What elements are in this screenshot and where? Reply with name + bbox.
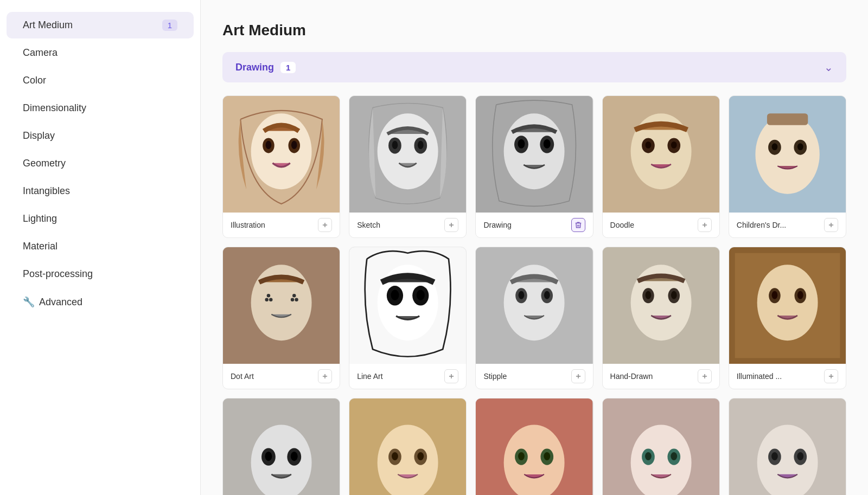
image-card[interactable]: Illuminated ... bbox=[729, 247, 846, 389]
sidebar-item-label-geometry: Geometry bbox=[23, 158, 66, 169]
sidebar-item-color[interactable]: Color bbox=[7, 67, 194, 94]
image-card-label: Dot Art bbox=[231, 372, 254, 381]
image-card-footer: Line Art bbox=[349, 364, 466, 389]
image-thumbnail bbox=[349, 96, 466, 213]
sidebar-item-label-dimensionality: Dimensionality bbox=[23, 102, 86, 114]
image-card[interactable] bbox=[602, 398, 720, 495]
image-card-label: Drawing bbox=[483, 221, 511, 229]
svg-point-69 bbox=[645, 291, 651, 299]
sidebar-item-label-lighting: Lighting bbox=[23, 213, 57, 224]
image-grid-container: Illustration Sketch bbox=[222, 95, 846, 495]
image-thumbnail bbox=[476, 247, 592, 364]
sidebar-item-badge-art-medium: 1 bbox=[162, 20, 177, 31]
sidebar-item-dimensionality[interactable]: Dimensionality bbox=[7, 95, 194, 121]
add-button[interactable] bbox=[318, 218, 332, 232]
svg-point-9 bbox=[378, 113, 438, 189]
svg-point-96 bbox=[418, 452, 424, 460]
image-card[interactable]: Children's Dr... bbox=[729, 95, 846, 238]
svg-point-79 bbox=[797, 291, 803, 299]
sidebar-item-label-camera: Camera bbox=[23, 47, 58, 59]
svg-point-53 bbox=[391, 290, 399, 300]
svg-point-61 bbox=[519, 291, 525, 299]
image-thumbnail bbox=[223, 398, 340, 495]
image-thumbnail bbox=[729, 398, 846, 495]
svg-point-27 bbox=[671, 142, 676, 149]
image-card[interactable]: Illustration bbox=[222, 95, 340, 238]
svg-point-54 bbox=[417, 290, 425, 300]
advanced-icon: 🔧 bbox=[23, 296, 35, 308]
image-card[interactable]: Line Art bbox=[349, 247, 467, 389]
svg-point-95 bbox=[392, 452, 398, 460]
add-button[interactable] bbox=[698, 218, 712, 232]
svg-point-78 bbox=[771, 291, 777, 299]
svg-point-112 bbox=[671, 452, 677, 460]
image-thumbnail bbox=[729, 247, 846, 364]
image-thumbnail bbox=[603, 398, 719, 495]
svg-point-13 bbox=[418, 141, 424, 149]
image-card-label: Children's Dr... bbox=[737, 221, 786, 229]
add-button[interactable] bbox=[698, 369, 712, 383]
svg-point-43 bbox=[265, 298, 268, 301]
image-card-label: Hand-Drawn bbox=[610, 372, 653, 381]
add-button[interactable] bbox=[824, 218, 838, 232]
add-button[interactable] bbox=[444, 218, 458, 232]
image-card[interactable]: Dot Art bbox=[222, 247, 340, 389]
dropdown-count: 1 bbox=[280, 62, 296, 73]
image-card-footer: Doodle bbox=[603, 213, 719, 237]
sidebar-item-art-medium[interactable]: Art Medium1 bbox=[7, 12, 194, 38]
sidebar-item-lighting[interactable]: Lighting bbox=[7, 205, 194, 232]
image-card[interactable]: Doodle bbox=[602, 95, 720, 238]
image-card-footer: Hand-Drawn bbox=[603, 364, 719, 389]
svg-point-4 bbox=[266, 141, 272, 149]
add-button[interactable] bbox=[824, 369, 838, 383]
add-button[interactable] bbox=[571, 369, 585, 383]
image-card[interactable]: Sketch bbox=[349, 95, 467, 238]
image-row-0: Illustration Sketch bbox=[222, 95, 846, 238]
image-card-footer: Children's Dr... bbox=[729, 213, 846, 237]
image-card[interactable]: Stipple bbox=[475, 247, 593, 389]
svg-point-44 bbox=[292, 294, 296, 297]
sidebar-item-label-intangibles: Intangibles bbox=[23, 185, 70, 197]
sidebar-item-label-color: Color bbox=[23, 75, 46, 86]
svg-point-12 bbox=[392, 141, 398, 149]
svg-point-42 bbox=[269, 298, 272, 301]
add-button[interactable] bbox=[444, 369, 458, 383]
svg-point-119 bbox=[771, 452, 778, 460]
image-card-footer: Sketch bbox=[349, 213, 466, 237]
sidebar-item-label-material: Material bbox=[23, 241, 58, 252]
drawing-dropdown[interactable]: Drawing 1 ⌄ bbox=[222, 52, 846, 82]
chevron-down-icon: ⌄ bbox=[824, 61, 833, 74]
sidebar-item-material[interactable]: Material bbox=[7, 233, 194, 260]
image-card[interactable] bbox=[349, 398, 467, 495]
svg-point-20 bbox=[518, 139, 525, 149]
sidebar-item-advanced[interactable]: 🔧Advanced bbox=[7, 288, 194, 316]
svg-point-75 bbox=[757, 265, 818, 340]
svg-point-88 bbox=[291, 452, 298, 461]
image-card[interactable] bbox=[729, 398, 846, 495]
svg-rect-32 bbox=[767, 113, 808, 125]
image-card-label: Stipple bbox=[483, 372, 507, 381]
image-row-2 bbox=[222, 398, 846, 495]
add-button[interactable] bbox=[318, 369, 332, 383]
sidebar-item-post-processing[interactable]: Post-processing bbox=[7, 261, 194, 287]
image-card-label: Line Art bbox=[357, 372, 382, 381]
svg-point-26 bbox=[645, 142, 651, 149]
page-title: Art Medium bbox=[222, 22, 846, 39]
sidebar-item-display[interactable]: Display bbox=[7, 123, 194, 149]
image-card[interactable] bbox=[222, 398, 340, 495]
svg-point-46 bbox=[291, 298, 294, 301]
delete-button[interactable] bbox=[571, 218, 585, 232]
sidebar-item-geometry[interactable]: Geometry bbox=[7, 150, 194, 177]
image-card-footer: Dot Art bbox=[223, 364, 340, 389]
sidebar-item-intangibles[interactable]: Intangibles bbox=[7, 178, 194, 204]
image-card[interactable]: Drawing bbox=[475, 95, 593, 238]
dropdown-left: Drawing 1 bbox=[235, 62, 296, 73]
sidebar-item-camera[interactable]: Camera bbox=[7, 40, 194, 66]
image-card[interactable] bbox=[475, 398, 593, 495]
image-card-footer: Illuminated ... bbox=[729, 364, 846, 389]
svg-point-31 bbox=[755, 114, 819, 194]
svg-point-87 bbox=[265, 452, 272, 461]
image-card[interactable]: Hand-Drawn bbox=[602, 247, 720, 389]
sidebar-item-label-advanced: 🔧Advanced bbox=[23, 296, 82, 308]
svg-point-104 bbox=[544, 452, 551, 460]
